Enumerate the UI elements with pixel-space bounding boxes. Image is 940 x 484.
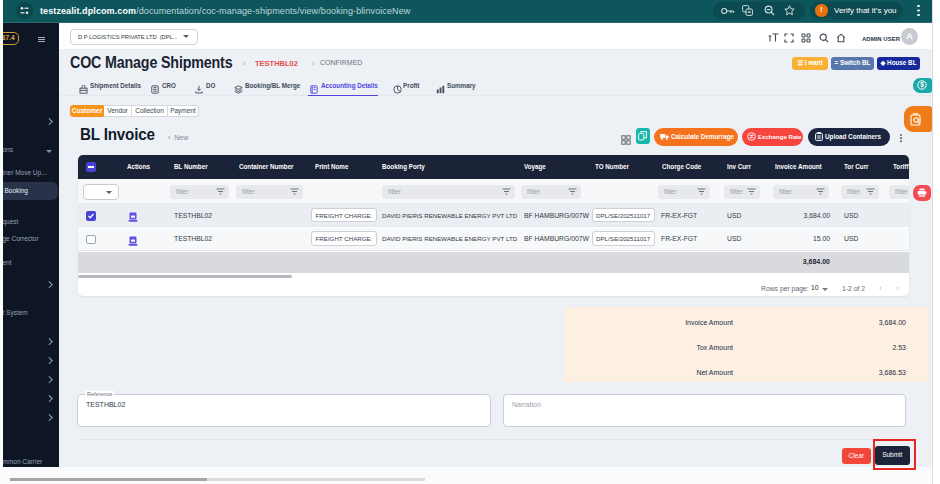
- svg-text:$: $: [920, 81, 924, 89]
